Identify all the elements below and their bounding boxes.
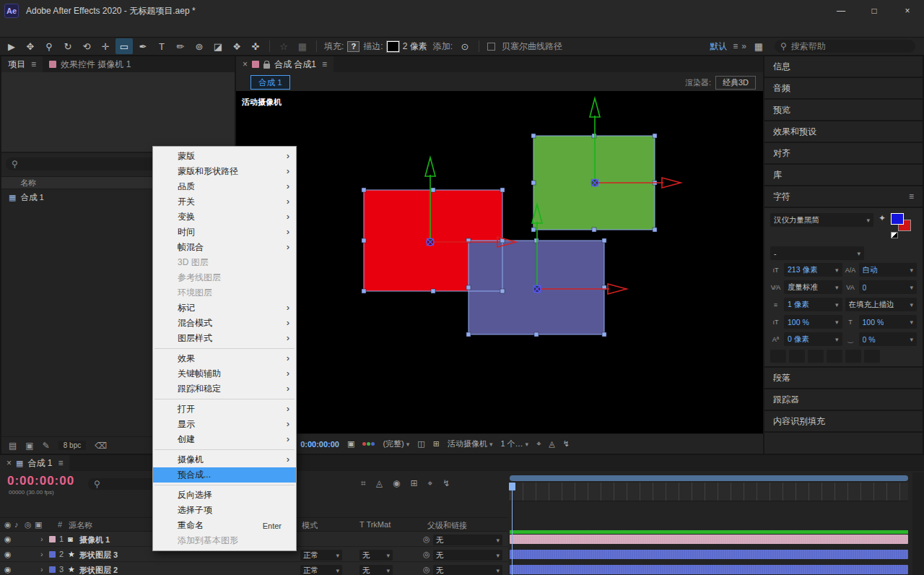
timeline-search-input[interactable]: ⚲ bbox=[88, 478, 157, 490]
vertical-scale-select[interactable]: 100 %▾ bbox=[784, 315, 842, 329]
composition-canvas[interactable] bbox=[236, 91, 763, 433]
expander-icon[interactable]: › bbox=[40, 550, 43, 558]
expander-icon[interactable]: › bbox=[40, 565, 43, 574]
pick-whip-icon[interactable]: ◎ bbox=[423, 535, 430, 544]
tsume-select[interactable]: 0 %▾ bbox=[859, 332, 918, 346]
tab-timeline-comp[interactable]: × ▦ 合成 1 ≡ bbox=[0, 455, 69, 471]
renderer-value[interactable]: 经典3D bbox=[715, 76, 756, 90]
context-menu-item[interactable]: 环境图层 › bbox=[153, 285, 296, 301]
context-menu-item[interactable]: 帧混合 › bbox=[153, 240, 296, 255]
faux-style-button[interactable] bbox=[845, 350, 861, 363]
fill-stroke-swatches[interactable] bbox=[891, 213, 917, 243]
new-composition-icon[interactable]: ✎ bbox=[43, 441, 50, 451]
parent-select[interactable]: 无▾ bbox=[433, 565, 502, 575]
panel-header[interactable]: 效果和预设 bbox=[764, 121, 923, 142]
panel-menu-icon[interactable]: ≡ bbox=[322, 59, 327, 69]
context-menu-item[interactable]: 开关 › bbox=[153, 194, 296, 209]
label-color-swatch[interactable] bbox=[49, 566, 56, 573]
comp-name-tab[interactable]: 合成 1 bbox=[250, 75, 290, 90]
trash-icon[interactable]: ⌫ bbox=[95, 441, 107, 451]
composition-mini-flowchart-icon[interactable]: ⌗ bbox=[361, 478, 366, 488]
camera-orbit-tool[interactable]: ⟲ bbox=[78, 38, 95, 54]
stroke-width-value[interactable]: 2 像素 bbox=[403, 40, 427, 53]
context-menu-item[interactable]: 跟踪和稳定 › bbox=[153, 381, 296, 397]
snapshot-icon[interactable]: ▣ bbox=[347, 439, 354, 449]
panel-menu-icon[interactable]: ≡ bbox=[31, 59, 36, 69]
help-search-input[interactable]: ⚲ 搜索帮助 bbox=[775, 40, 915, 53]
panel-header[interactable]: 跟踪器 bbox=[764, 389, 923, 410]
zoom-tool[interactable]: ⚲ bbox=[40, 38, 58, 54]
panel-header[interactable]: 预览 bbox=[764, 100, 923, 120]
new-folder-icon[interactable]: ▣ bbox=[25, 441, 33, 451]
pick-whip-icon[interactable]: ◎ bbox=[423, 565, 430, 574]
maximize-button[interactable]: □ bbox=[858, 0, 891, 22]
panel-header[interactable]: 库 bbox=[764, 165, 923, 185]
context-menu-item[interactable]: 效果 › bbox=[153, 351, 296, 366]
layer-duration-bar-shape[interactable] bbox=[510, 565, 908, 574]
rotate-tool[interactable]: ↻ bbox=[59, 38, 77, 54]
faux-style-button[interactable] bbox=[864, 350, 880, 363]
default-colors-icon[interactable] bbox=[891, 232, 898, 238]
timeline-scrollbar[interactable] bbox=[912, 472, 924, 575]
label-color-swatch[interactable] bbox=[49, 551, 56, 558]
panel-header[interactable]: 段落 bbox=[764, 368, 923, 388]
renderer-control[interactable]: 渲染器: 经典3D bbox=[685, 76, 756, 90]
close-button[interactable]: × bbox=[891, 0, 924, 22]
draft-3d-icon[interactable]: ◬ bbox=[376, 478, 383, 488]
puppet-pin-tool[interactable]: ✜ bbox=[247, 38, 264, 54]
selection-tool[interactable]: ▶ bbox=[3, 38, 20, 54]
target-icon[interactable]: ⌖ bbox=[536, 439, 541, 449]
clone-stamp-tool[interactable]: ⊚ bbox=[191, 38, 208, 54]
panel-menu-icon[interactable]: ≡ bbox=[909, 191, 914, 202]
kerning-select[interactable]: 度量标准▾ bbox=[784, 280, 842, 294]
context-menu-item[interactable]: 3D 图层 › bbox=[153, 255, 296, 270]
stroke-width-select[interactable]: 1 像素▾ bbox=[784, 298, 842, 311]
blend-mode-select[interactable]: 正常▾ bbox=[300, 565, 342, 575]
faux-style-button[interactable] bbox=[808, 350, 824, 363]
context-menu-item[interactable]: 时间 › bbox=[153, 225, 296, 240]
workspace-menu-icon[interactable]: ≡ bbox=[733, 41, 738, 51]
context-menu-item[interactable]: 创建 › bbox=[153, 432, 296, 447]
region-of-interest-icon[interactable]: ◫ bbox=[417, 439, 424, 449]
context-menu-item[interactable]: › bbox=[153, 397, 296, 402]
stroke-style-select[interactable]: 在填充上描边▾ bbox=[845, 298, 918, 311]
label-color-swatch[interactable] bbox=[49, 536, 56, 542]
pen-tool[interactable]: ✒ bbox=[134, 38, 152, 54]
close-tab-icon[interactable]: × bbox=[243, 59, 248, 69]
context-menu-item[interactable]: › bbox=[153, 483, 296, 488]
eraser-tool[interactable]: ◪ bbox=[209, 38, 227, 54]
transparency-grid-icon[interactable]: ⊞ bbox=[433, 439, 440, 449]
playhead-handle[interactable] bbox=[509, 483, 515, 490]
lock-icon[interactable] bbox=[263, 64, 270, 69]
shy-layers-icon[interactable]: ◉ bbox=[393, 478, 400, 488]
context-menu-item[interactable]: 蒙版和形状路径 › bbox=[153, 164, 296, 179]
grid-toggle[interactable]: ▦ bbox=[294, 38, 311, 54]
graph-editor-icon[interactable]: ↯ bbox=[443, 478, 450, 488]
context-menu-item[interactable]: 重命名 Enter › bbox=[153, 518, 296, 533]
leading-select[interactable]: 自动▾ bbox=[859, 263, 918, 277]
context-menu-item[interactable]: › bbox=[153, 447, 296, 452]
panel-header-character[interactable]: 字符 ≡ bbox=[764, 186, 923, 207]
trkmat-select[interactable]: 无▾ bbox=[359, 565, 393, 575]
frame-blend-icon[interactable]: ⊞ bbox=[410, 478, 417, 488]
faux-style-button[interactable] bbox=[827, 350, 842, 363]
list-view-icon[interactable]: ▤ bbox=[9, 441, 17, 451]
panel-header[interactable]: 音频 bbox=[764, 78, 923, 98]
context-menu-item[interactable]: 关键帧辅助 › bbox=[153, 366, 296, 381]
bit-depth-indicator[interactable]: 8 bpc bbox=[58, 441, 86, 450]
expander-icon[interactable]: › bbox=[40, 535, 43, 543]
blend-mode-select[interactable]: 正常▾ bbox=[300, 550, 342, 561]
context-menu-item[interactable]: 选择子项 › bbox=[153, 503, 296, 518]
layer-duration-bar-shape[interactable] bbox=[510, 550, 908, 559]
tab-effect-controls[interactable]: 效果控件 摄像机 1 bbox=[43, 56, 137, 72]
font-style-select[interactable]: - ▾ bbox=[770, 246, 864, 260]
layer-name[interactable]: 形状图层 2 bbox=[79, 565, 118, 575]
eye-icon[interactable]: ◉ bbox=[4, 535, 12, 544]
camera-view-select[interactable]: 活动摄像机▾ bbox=[448, 438, 493, 449]
panel-header[interactable]: 内容识别填充 bbox=[764, 411, 923, 431]
view-layout-select[interactable]: 1 个…▾ bbox=[500, 438, 528, 449]
tracking-select[interactable]: 0▾ bbox=[859, 280, 918, 294]
context-menu-item[interactable]: 显示 › bbox=[153, 417, 296, 432]
panel-header[interactable]: 对齐 bbox=[764, 143, 923, 163]
context-menu-item[interactable]: 预合成... › bbox=[153, 467, 296, 483]
